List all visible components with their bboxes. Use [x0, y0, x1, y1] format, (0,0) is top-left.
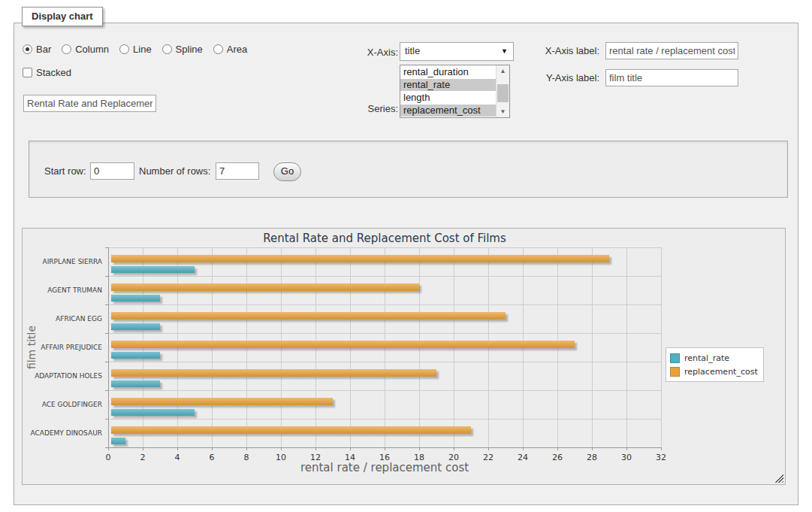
- x-axis-tick: [350, 448, 351, 450]
- radio-icon[interactable]: [23, 44, 32, 54]
- series-option-rental_rate[interactable]: rental_rate: [400, 79, 497, 91]
- y-axis-tick: [105, 362, 108, 362]
- bar-replacement_cost: [111, 426, 471, 434]
- category-label: AIRPLANE SIERRA: [24, 257, 102, 266]
- radio-label: Area: [227, 44, 247, 55]
- x-axis-tick: [419, 448, 420, 450]
- bar-replacement_cost: [111, 255, 609, 262]
- chart-type-radio-bar[interactable]: Bar: [23, 44, 51, 55]
- radio-label: Bar: [36, 44, 51, 55]
- listbox-scrollbar[interactable]: ▲ ▼: [496, 65, 509, 117]
- y-axis-tick: [105, 390, 108, 391]
- y-axis-label-input[interactable]: [605, 69, 738, 86]
- radio-icon[interactable]: [162, 44, 172, 54]
- y-axis-tick: [105, 276, 108, 277]
- stacked-checkbox[interactable]: [23, 68, 32, 77]
- bar-rental_rate: [111, 380, 160, 387]
- legend-label: rental_rate: [684, 353, 729, 363]
- gridline-vertical: [592, 247, 593, 447]
- start-row-label: Start row:: [44, 165, 86, 177]
- chart-type-radio-group: BarColumnLineSplineArea: [23, 44, 247, 55]
- legend-swatch-icon: [670, 353, 680, 363]
- x-axis-tick: [385, 448, 385, 450]
- y-axis-tick: [105, 304, 108, 305]
- go-button[interactable]: Go: [273, 162, 301, 181]
- panel-title: Display chart: [22, 7, 103, 26]
- chart-title-input[interactable]: [23, 95, 156, 112]
- x-axis-selected-value: title: [405, 45, 420, 56]
- x-axis-label-input[interactable]: [605, 42, 738, 59]
- radio-icon[interactable]: [62, 44, 71, 54]
- x-axis-tick: [212, 448, 213, 450]
- gridline-vertical: [661, 247, 662, 447]
- y-axis-line: [108, 247, 109, 447]
- gridline-horizontal: [108, 276, 661, 277]
- legend-item-replacement_cost[interactable]: replacement_cost: [670, 365, 758, 378]
- radio-label: Line: [133, 44, 152, 55]
- category-label: ACE GOLDFINGER: [24, 400, 102, 409]
- series-listbox-label: Series:: [331, 103, 398, 114]
- gridline-horizontal: [108, 362, 661, 362]
- gridline-horizontal: [108, 333, 661, 334]
- gridline-horizontal: [108, 247, 661, 248]
- bar-replacement_cost: [111, 283, 419, 291]
- chart-title: Rental Rate and Replacement Cost of Film…: [108, 232, 661, 245]
- x-axis-tick: [661, 448, 662, 450]
- chart-type-radio-line[interactable]: Line: [119, 44, 152, 55]
- x-axis-label-field-label: X-Axis label:: [532, 45, 599, 56]
- y-axis-title: film title: [26, 314, 38, 381]
- x-axis-tick: [523, 448, 524, 450]
- stacked-checkbox-row[interactable]: Stacked: [23, 67, 71, 78]
- number-of-rows-label: Number of rows:: [139, 165, 210, 177]
- bar-rental_rate: [111, 438, 125, 444]
- radio-icon[interactable]: [213, 44, 223, 54]
- series-listbox[interactable]: rental_durationrental_ratelengthreplacem…: [400, 65, 510, 118]
- bar-rental_rate: [111, 295, 160, 301]
- gridline-horizontal: [108, 304, 661, 305]
- radio-label: Spline: [176, 44, 203, 55]
- x-axis-tick: [281, 448, 282, 450]
- bar-replacement_cost: [111, 398, 333, 405]
- scroll-down-icon[interactable]: ▼: [497, 106, 509, 117]
- gridline-horizontal: [108, 419, 661, 420]
- bar-replacement_cost: [111, 341, 575, 348]
- scrollbar-thumb[interactable]: [497, 84, 509, 102]
- x-axis-tick: [246, 448, 247, 450]
- bar-replacement_cost: [111, 312, 506, 320]
- gridline-horizontal: [108, 390, 661, 391]
- series-option-replacement_cost[interactable]: replacement_cost: [400, 105, 497, 117]
- resize-grip-icon[interactable]: [774, 474, 783, 483]
- legend-label: replacement_cost: [684, 367, 758, 377]
- legend-item-rental_rate[interactable]: rental_rate: [670, 351, 758, 365]
- row-controls-box: Start row: Number of rows: Go: [29, 141, 788, 198]
- x-axis-select[interactable]: title ▼: [400, 42, 514, 61]
- x-axis-tick: [557, 448, 558, 450]
- number-of-rows-input[interactable]: [216, 162, 259, 180]
- start-row-input[interactable]: [90, 162, 134, 180]
- radio-label: Column: [75, 44, 109, 55]
- page: Display chart BarColumnLineSplineArea St…: [0, 0, 812, 512]
- x-axis-select-label: X-Axis:: [331, 47, 398, 58]
- legend-swatch-icon: [670, 367, 680, 377]
- bar-replacement_cost: [111, 369, 436, 377]
- stacked-label: Stacked: [36, 67, 71, 78]
- series-listbox-options: rental_durationrental_ratelengthreplacem…: [400, 66, 509, 117]
- scroll-up-icon[interactable]: ▲: [497, 65, 509, 77]
- chart-plot-area: 02468101214161820222426283032AIRPLANE SI…: [108, 247, 661, 447]
- chart-type-radio-column[interactable]: Column: [62, 44, 109, 55]
- chart-legend: rental_ratereplacement_cost: [666, 347, 764, 382]
- chart-type-radio-area[interactable]: Area: [213, 44, 247, 55]
- x-axis-tick: [177, 448, 178, 450]
- bar-rental_rate: [111, 409, 195, 416]
- series-option-length[interactable]: length: [400, 92, 497, 104]
- x-axis-tick: [592, 448, 593, 450]
- display-chart-panel: Display chart BarColumnLineSplineArea St…: [14, 23, 798, 505]
- chart-type-radio-spline[interactable]: Spline: [162, 44, 203, 55]
- radio-icon[interactable]: [119, 44, 129, 54]
- category-label: ACADEMY DINOSAUR: [24, 429, 102, 438]
- x-axis-tick: [108, 448, 109, 450]
- x-axis-tick: [488, 448, 489, 450]
- x-axis-tick: [626, 448, 627, 450]
- x-axis-tick: [315, 448, 316, 450]
- series-option-rental_duration[interactable]: rental_duration: [400, 66, 497, 78]
